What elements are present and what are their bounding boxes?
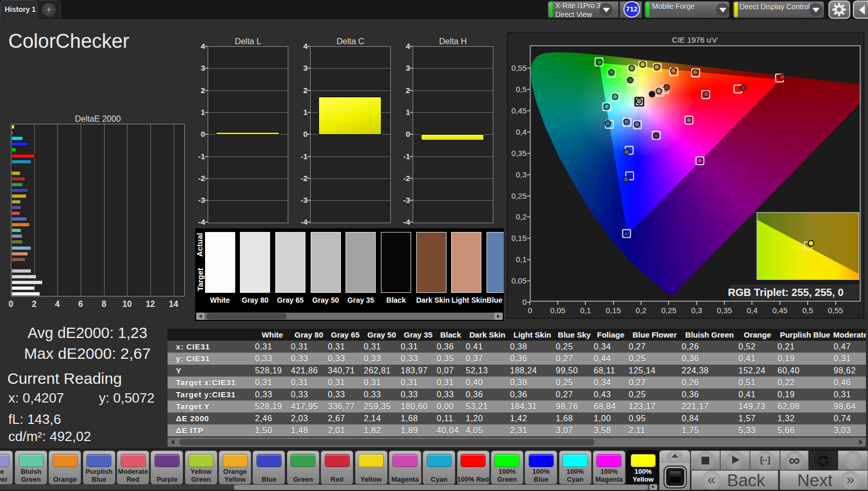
svg-text:RGB Triplet: 255, 255, 0: RGB Triplet: 255, 255, 0	[728, 287, 844, 298]
